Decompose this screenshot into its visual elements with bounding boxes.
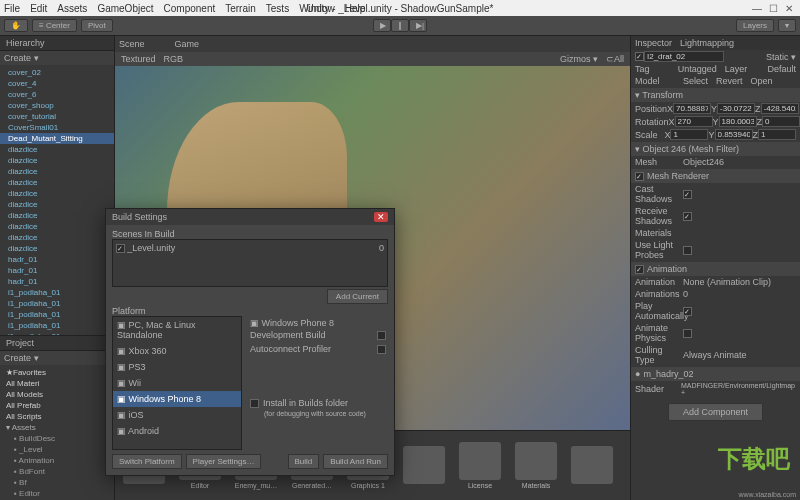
menu-tests[interactable]: Tests [266,3,289,14]
hierarchy-item[interactable]: i1_podlaha_01 [0,309,114,320]
project-favorite[interactable]: All Scripts [0,411,114,422]
hierarchy-item[interactable]: CoverSmall01 [0,122,114,133]
switch-platform-button[interactable]: Switch Platform [112,454,182,469]
project-favorite[interactable]: ★Favorites [0,367,114,378]
menu-terrain[interactable]: Terrain [225,3,256,14]
scenes-list[interactable]: _Level.unity0 [112,239,388,287]
pos-x[interactable] [673,103,711,114]
playauto-checkbox[interactable] [683,307,692,316]
hierarchy-item[interactable]: diazdice [0,199,114,210]
layout-dropdown[interactable]: ▾ [778,19,796,32]
game-tab[interactable]: Game [175,39,200,49]
model-select[interactable]: Select [683,76,708,86]
hierarchy-item[interactable]: i1_podlaha_01 [0,320,114,331]
platform-item[interactable]: ▣ iOS [113,407,241,423]
project-favorite[interactable]: All Models [0,389,114,400]
hierarchy-item[interactable]: diazdice [0,177,114,188]
anim-header[interactable]: Animation [647,264,687,274]
project-folder[interactable]: ▪ BdFont [0,466,114,477]
platform-item[interactable]: ▣ Wii [113,375,241,391]
add-current-button[interactable]: Add Current [327,289,388,304]
hierarchy-item[interactable]: diazdice [0,232,114,243]
maximize-icon[interactable]: ☐ [766,3,780,14]
pos-y[interactable] [717,103,755,114]
scl-x[interactable] [670,129,708,140]
open-button[interactable]: Open [751,76,773,86]
hierarchy-item[interactable]: diazdice [0,243,114,254]
rot-x[interactable] [675,116,713,127]
hierarchy-item[interactable]: Dead_Mutant_Sitting [0,133,114,144]
platform-item[interactable]: ▣ PS3 [113,359,241,375]
asset-thumbnail[interactable] [567,446,617,486]
hierarchy-create[interactable]: Create ▾ [4,53,39,63]
tag-dropdown[interactable]: Untagged [678,64,717,74]
pivot-toggle[interactable]: Pivot [81,19,113,32]
hierarchy-item[interactable]: cover_02 [0,67,114,78]
project-folder[interactable]: ▪ Animation [0,455,114,466]
transform-header[interactable]: ▾ Transform [635,90,683,100]
scl-y[interactable] [715,129,753,140]
pause-button[interactable]: ‖ [391,19,409,32]
project-folder[interactable]: ▪ Bf [0,477,114,488]
menu-gameobject[interactable]: GameObject [97,3,153,14]
platform-item[interactable]: ▣ PC, Mac & Linux Standalone [113,317,241,343]
auto-checkbox[interactable] [377,345,386,354]
project-folder[interactable]: ▪ _Level [0,444,114,455]
hierarchy-item[interactable]: cover_6 [0,89,114,100]
probes-checkbox[interactable] [683,246,692,255]
menu-edit[interactable]: Edit [30,3,47,14]
lightmapping-tab[interactable]: Lightmapping [680,38,734,48]
hierarchy-item[interactable]: diazdice [0,221,114,232]
rgb-mode[interactable]: RGB [164,54,184,64]
hierarchy-item[interactable]: hadr_01 [0,254,114,265]
install-checkbox[interactable] [250,399,259,408]
asset-thumbnail[interactable]: License [455,442,505,489]
hierarchy-item[interactable]: i1_podlaha_01 [0,287,114,298]
hierarchy-item[interactable]: diazdice [0,144,114,155]
cull-value[interactable]: Always Animate [683,350,747,360]
hierarchy-item[interactable]: hadr_01 [0,276,114,287]
close-icon[interactable]: ✕ [782,3,796,14]
inspector-tab[interactable]: Inspector [635,38,672,48]
add-component-button[interactable]: Add Component [668,403,763,421]
shader-value[interactable]: MADFINGER/Environment/Lightmap + [681,382,796,396]
hierarchy-item[interactable]: cover_4 [0,78,114,89]
meshrend-header[interactable]: Mesh Renderer [647,171,709,181]
shading-mode[interactable]: Textured [121,54,156,64]
project-folder[interactable]: ▪ Editor [0,488,114,499]
dev-checkbox[interactable] [377,331,386,340]
rot-y[interactable] [719,116,757,127]
platform-item[interactable]: ▣ Xbox 360 [113,343,241,359]
menu-file[interactable]: File [4,3,20,14]
hierarchy-item[interactable]: cover_tutorial [0,111,114,122]
project-folder[interactable]: ▪ BuildDesc [0,433,114,444]
recv-checkbox[interactable] [683,212,692,221]
play-button[interactable]: ▶ [373,19,391,32]
cast-checkbox[interactable] [683,190,692,199]
dialog-close-icon[interactable]: ✕ [374,212,388,222]
step-button[interactable]: ▶| [409,19,427,32]
hierarchy-item[interactable]: hadr_01 [0,265,114,276]
menu-component[interactable]: Component [164,3,216,14]
scene-search[interactable]: ⊂All [606,54,624,64]
anim-checkbox[interactable] [635,265,644,274]
mesh-value[interactable]: Object246 [683,157,724,167]
object-name[interactable] [644,51,724,62]
rot-z[interactable] [762,116,800,127]
pos-z[interactable] [761,103,799,114]
animv-value[interactable]: None (Animation Clip) [683,277,771,287]
hierarchy-item[interactable]: diazdice [0,155,114,166]
layer-dropdown[interactable]: Default [767,64,796,74]
active-checkbox[interactable] [635,52,644,61]
build-run-button[interactable]: Build And Run [323,454,388,469]
scl-z[interactable] [758,129,796,140]
menu-assets[interactable]: Assets [57,3,87,14]
hierarchy-item[interactable]: diazdice [0,188,114,199]
gizmos-dropdown[interactable]: Gizmos ▾ [560,54,598,64]
meshfilter-header[interactable]: ▾ Object 246 (Mesh Filter) [635,144,739,154]
scene-checkbox[interactable] [116,244,125,253]
animphys-checkbox[interactable] [683,329,692,338]
platform-item[interactable]: ▣ Windows Phone 8 [113,391,241,407]
hierarchy-tab[interactable]: Hierarchy [0,36,114,51]
minimize-icon[interactable]: — [750,3,764,14]
